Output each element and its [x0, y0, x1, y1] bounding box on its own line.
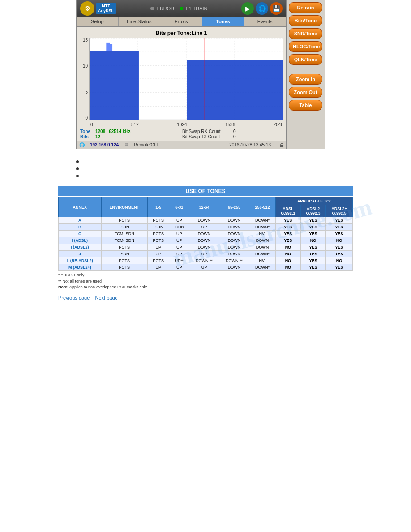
- tones-table: ANNEX ENVIRONMENT 1-5 6-31 32-64 65-255 …: [58, 197, 353, 271]
- logo-icon: ⚙: [80, 1, 94, 16]
- zoom-in-button[interactable]: Zoom In: [289, 74, 322, 85]
- train-label: L1 TRAIN: [186, 6, 207, 11]
- bit-swap-rx-value: 0: [233, 129, 236, 134]
- bullet-item-3: [76, 172, 335, 177]
- table-button[interactable]: Table: [289, 100, 322, 111]
- tab-events[interactable]: Events: [244, 17, 286, 26]
- table-row: I (ADSL2)POTSUPUPDOWNDOWNDOWNNOYESYES: [59, 244, 353, 251]
- save-button[interactable]: 💾: [270, 2, 283, 15]
- tab-bar: Setup Line Status Errors Tones Events: [77, 17, 286, 27]
- note-1: * ADSL2+ only: [58, 272, 353, 279]
- power-button[interactable]: ▶: [241, 2, 254, 15]
- use-of-tones-title: USE OF TONES: [58, 186, 353, 196]
- logo-mtt: MTT AnyDSL: [96, 3, 116, 14]
- bullet-dot-3: [76, 175, 79, 177]
- snr-tone-button[interactable]: SNR/Tone: [289, 28, 322, 39]
- y-label-15: 15: [83, 38, 88, 43]
- table-row: CTCM-ISDNPOTSUPDOWNDOWNN/AYESYESYES: [59, 231, 353, 237]
- right-buttons: Retrain Bits/Tone SNR/Tone HLOG/Tone QLN…: [287, 0, 325, 149]
- bullet-dot-1: [76, 160, 79, 163]
- x-label-2048: 2048: [274, 122, 283, 127]
- main-chart-svg[interactable]: [89, 38, 283, 120]
- info-button[interactable]: 🌐: [256, 2, 268, 15]
- svg-rect-14: [187, 60, 283, 120]
- table-row: BISDNISDNISDNUPDOWNDOWN*YESYESYES: [59, 224, 353, 231]
- footer-icon: 🖨: [279, 142, 283, 147]
- table-row: L (RE-ADSL2)POTSPOTSUP**DOWN **DOWN **N/…: [59, 257, 353, 264]
- footer-ip: 192.168.0.124: [90, 142, 119, 147]
- error-label: ERROR: [157, 6, 175, 11]
- th-adsl2plus: ADSL2+G.992.5: [326, 205, 353, 217]
- tab-setup[interactable]: Setup: [77, 17, 119, 26]
- tone-label: Tone: [80, 129, 94, 134]
- header-icons: ▶ 🌐 💾: [241, 2, 283, 15]
- note-2: ** Not all tones are used: [58, 279, 353, 285]
- tab-errors[interactable]: Errors: [160, 17, 202, 26]
- bit-swap-tx-label: Bit Swap TX Count: [182, 134, 231, 139]
- prev-page-link[interactable]: Previous page: [58, 295, 90, 300]
- x-label-1024: 1024: [177, 122, 187, 127]
- table-row: M (ADSL2+)POTSUPUPUPDOWNDOWN*NOYESYES: [59, 264, 353, 271]
- chart-svg-area: [89, 38, 283, 122]
- th-adsl2: ADSL2G.992.3: [300, 205, 325, 217]
- tone-value: 1208: [95, 129, 105, 134]
- bullet-item-2: [76, 165, 335, 170]
- footer-remote: Remote/CLI: [134, 142, 158, 147]
- train-dot: [180, 7, 183, 10]
- status-area: ERROR L1 TRAIN: [116, 6, 241, 11]
- bits-value: 12: [95, 134, 100, 139]
- header-bar: ⚙ MTT AnyDSL ERROR L1 TRAIN ▶ 🌐 💾: [77, 0, 286, 17]
- retrain-button[interactable]: Retrain: [289, 2, 322, 13]
- qln-tone-button[interactable]: QLN/Tone: [289, 54, 322, 65]
- links-area: Previous page Next page: [58, 295, 353, 300]
- th-256-512: 256-512: [249, 197, 275, 217]
- note-3: Note: Applies to non-overlapped PSD mask…: [58, 284, 353, 291]
- footer-bar: 🌐 192.168.0.124 🖥 Remote/CLI 2016-10-28 …: [77, 141, 286, 149]
- th-environment: ENVIRONMENT: [101, 197, 147, 217]
- x-label-1536: 1536: [225, 122, 235, 127]
- svg-rect-11: [90, 51, 139, 120]
- x-label-0: 0: [90, 122, 93, 127]
- bits-row: Bits 12: [80, 134, 180, 139]
- error-dot: [150, 7, 154, 10]
- th-adsl: ADSLG.992.1: [275, 205, 300, 217]
- table-row: APOTSPOTSUPDOWNDOWNDOWN*YESYESYES: [59, 217, 353, 224]
- th-annex: ANNEX: [59, 197, 102, 217]
- bits-tone-button[interactable]: Bits/Tone: [289, 15, 322, 26]
- bits-label: Bits: [80, 134, 94, 139]
- hlog-tone-button[interactable]: HLOG/Tone: [289, 41, 322, 52]
- bit-swap-tx-value: 0: [233, 134, 236, 139]
- bullet-item-1: [76, 158, 335, 163]
- info-right: Bit Swap RX Count 0 Bit Swap TX Count 0: [182, 129, 283, 139]
- svg-rect-13: [110, 44, 112, 51]
- main-panel: ⚙ MTT AnyDSL ERROR L1 TRAIN ▶ 🌐 💾 Setup: [76, 0, 411, 149]
- footer-time: 2016-10-28 13:45:13: [229, 142, 271, 147]
- x-axis: 0 512 1024 1536 2048: [90, 122, 283, 128]
- x-label-512: 512: [131, 122, 139, 127]
- bit-swap-rx-label: Bit Swap RX Count: [182, 129, 231, 134]
- note-bold: Note:: [58, 285, 68, 289]
- ui-area: ⚙ MTT AnyDSL ERROR L1 TRAIN ▶ 🌐 💾 Setup: [76, 0, 287, 149]
- note-text: Applies to non-overlapped PSD masks only: [69, 285, 147, 289]
- info-rows: Tone 1208 62514 kHz Bits 12 Bit Swap RX …: [79, 128, 283, 141]
- bullets-area: [76, 158, 335, 177]
- th-1-5: 1-5: [147, 197, 169, 217]
- tab-line-status[interactable]: Line Status: [119, 17, 161, 26]
- zoom-out-button[interactable]: Zoom Out: [289, 87, 322, 98]
- tone-row: Tone 1208 62514 kHz: [80, 129, 180, 134]
- bit-swap-rx-row: Bit Swap RX Count 0: [182, 129, 283, 134]
- th-32-64: 32-64: [189, 197, 219, 217]
- status-train-indicator: L1 TRAIN: [180, 6, 207, 11]
- freq-value: 62514 kHz: [109, 129, 130, 134]
- th-applicable-to: APPLICABLE TO:: [275, 197, 352, 205]
- next-page-link[interactable]: Next page: [95, 295, 118, 300]
- bullet-dot-2: [76, 167, 79, 170]
- th-65-255: 65-255: [219, 197, 249, 217]
- y-label-10: 10: [83, 64, 88, 69]
- tab-tones[interactable]: Tones: [202, 17, 244, 26]
- table-notes: * ADSL2+ only ** Not all tones are used …: [58, 272, 353, 291]
- th-6-31: 6-31: [169, 197, 189, 217]
- table-row: JISDNUPUPUPDOWNDOWN*NOYESYES: [59, 251, 353, 257]
- info-left: Tone 1208 62514 kHz Bits 12: [80, 129, 180, 139]
- bit-swap-tx-row: Bit Swap TX Count 0: [182, 134, 283, 139]
